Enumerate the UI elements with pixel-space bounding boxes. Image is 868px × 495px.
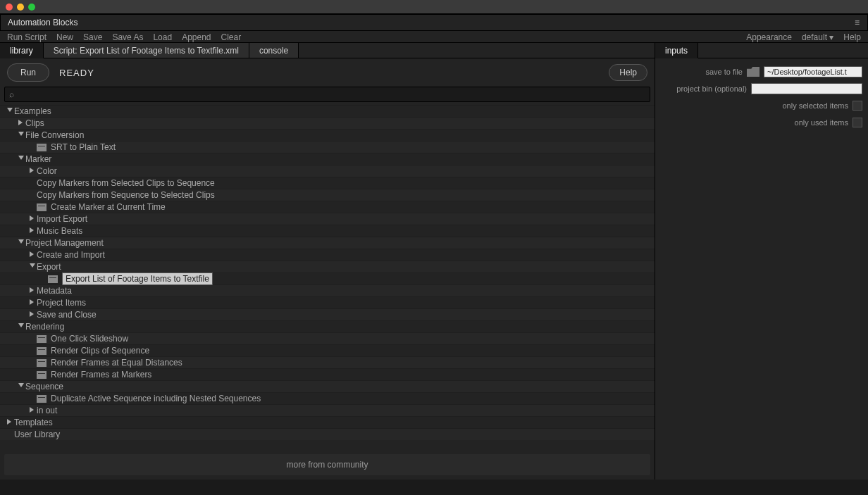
toolbar-new[interactable]: New [56, 32, 73, 42]
script-icon [37, 371, 46, 379]
svg-marker-7 [18, 239, 24, 244]
tree-label: Render Frames at Equal Distances [51, 358, 182, 368]
tree-label: One Click Slideshow [51, 334, 128, 344]
tree-label: Create Marker at Current Time [51, 202, 166, 212]
toolbar-help[interactable]: Help [843, 32, 861, 42]
tree-row[interactable]: Import Export [0, 213, 655, 225]
tree-label: Export List of Footage Items to Textfile [62, 272, 213, 285]
svg-marker-2 [18, 132, 24, 136]
tree-row[interactable]: One Click Slideshow [0, 332, 655, 344]
tree-row[interactable]: Create Marker at Current Time [0, 201, 655, 213]
toolbar-append[interactable]: Append [182, 32, 211, 42]
svg-marker-3 [18, 156, 24, 160]
tree-row[interactable]: Create and Import [0, 249, 655, 261]
tree-label: Project Management [25, 238, 104, 248]
tree-label: Marker [25, 154, 51, 164]
help-button[interactable]: Help [609, 64, 647, 81]
input-project-bin[interactable] [751, 83, 862, 94]
svg-marker-14 [18, 383, 24, 387]
svg-marker-0 [7, 108, 13, 112]
tree-row[interactable]: File Conversion [0, 129, 655, 141]
folder-icon[interactable] [747, 67, 760, 77]
run-button[interactable]: Run [7, 63, 49, 82]
tree-label: Clips [25, 118, 44, 128]
tree-label: Copy Markers from Sequence to Selected C… [37, 190, 215, 200]
tree-label: Music Beats [37, 226, 82, 236]
tree-label: Create and Import [37, 250, 105, 260]
panel-menu-icon[interactable]: ≡ [855, 18, 860, 27]
tab-console[interactable]: console [249, 43, 299, 58]
tree-row[interactable]: Project Items [0, 296, 655, 308]
tree-row[interactable]: Export List of Footage Items to Textfile [0, 272, 655, 284]
svg-marker-13 [18, 323, 24, 327]
tree-row[interactable]: in out [0, 404, 655, 416]
script-icon [37, 144, 46, 151]
tree-row[interactable]: Sequence [0, 380, 655, 392]
input-save-to-file[interactable] [764, 66, 862, 77]
tree-label: Color [37, 166, 57, 176]
tree-label: Render Clips of Sequence [51, 346, 149, 356]
label-project-bin: project bin (optional) [661, 84, 747, 93]
svg-marker-10 [30, 287, 34, 293]
tree-row[interactable]: Rendering [0, 320, 655, 332]
tree-row[interactable]: Save and Close [0, 308, 655, 320]
close-window-icon[interactable] [6, 4, 13, 11]
tree-label: Project Items [37, 298, 86, 308]
toolbar-save[interactable]: Save [83, 32, 102, 42]
tree-row[interactable]: Copy Markers from Selected Clips to Sequ… [0, 177, 655, 189]
script-icon [48, 275, 58, 283]
tree-label: Render Frames at Markers [51, 370, 151, 380]
toolbar-clear[interactable]: Clear [221, 32, 242, 42]
toolbar: Run Script New Save Save As Load Append … [0, 31, 868, 43]
toolbar-appearance[interactable]: Appearance [746, 32, 792, 42]
toolbar-run-script[interactable]: Run Script [7, 32, 46, 42]
tree-row[interactable]: Copy Markers from Sequence to Selected C… [0, 189, 655, 201]
tree-row[interactable]: Metadata [0, 284, 655, 296]
library-tree[interactable]: ExamplesClipsFile ConversionSRT to Plain… [0, 105, 655, 450]
svg-marker-15 [30, 407, 34, 413]
tree-row[interactable]: SRT to Plain Text [0, 141, 655, 153]
tree-label: Metadata [37, 286, 72, 296]
tree-label: in out [37, 406, 57, 415]
right-tabrow: inputs [655, 43, 868, 58]
checkbox-only-used[interactable] [852, 118, 862, 127]
svg-marker-11 [30, 299, 34, 305]
svg-marker-5 [30, 215, 34, 221]
toolbar-preset-dropdown[interactable]: default ▾ [802, 32, 833, 42]
search-row[interactable]: ⌕ [4, 87, 650, 102]
label-only-used: only used items [661, 118, 848, 127]
tree-row[interactable]: Examples [0, 105, 655, 117]
tree-row[interactable]: Clips [0, 117, 655, 129]
tree-row[interactable]: Music Beats [0, 225, 655, 237]
tab-script[interactable]: Script: Export List of Footage Items to … [44, 43, 249, 58]
tree-label: Export [37, 262, 61, 272]
svg-marker-4 [30, 168, 34, 173]
tree-row[interactable]: User Library [0, 428, 655, 440]
tree-row[interactable]: Render Clips of Sequence [0, 344, 655, 356]
tree-label: Sequence [25, 382, 63, 391]
tree-row[interactable]: Render Frames at Markers [0, 368, 655, 380]
tree-row[interactable]: Duplicate Active Sequence including Nest… [0, 392, 655, 404]
tab-library[interactable]: library [0, 43, 44, 58]
script-icon [37, 335, 46, 343]
tree-row[interactable]: Color [0, 165, 655, 177]
checkbox-only-selected[interactable] [852, 101, 862, 111]
tab-inputs[interactable]: inputs [655, 43, 698, 58]
toolbar-load[interactable]: Load [153, 32, 172, 42]
tree-row[interactable]: Marker [0, 153, 655, 165]
tree-row[interactable]: Project Management [0, 237, 655, 249]
maximize-window-icon[interactable] [28, 4, 35, 11]
script-icon [37, 203, 46, 211]
minimize-window-icon[interactable] [17, 4, 24, 11]
svg-marker-1 [18, 120, 23, 125]
status-text: READY [59, 68, 94, 78]
tree-row[interactable]: Export [0, 261, 655, 272]
panel-header: Automation Blocks ≡ [0, 14, 868, 31]
tree-label: File Conversion [25, 130, 84, 140]
more-from-community-button[interactable]: more from community [4, 454, 650, 475]
tree-row[interactable]: Templates [0, 416, 655, 428]
script-icon [37, 347, 46, 355]
toolbar-save-as[interactable]: Save As [112, 32, 143, 42]
search-input[interactable] [18, 89, 645, 99]
tree-row[interactable]: Render Frames at Equal Distances [0, 356, 655, 368]
